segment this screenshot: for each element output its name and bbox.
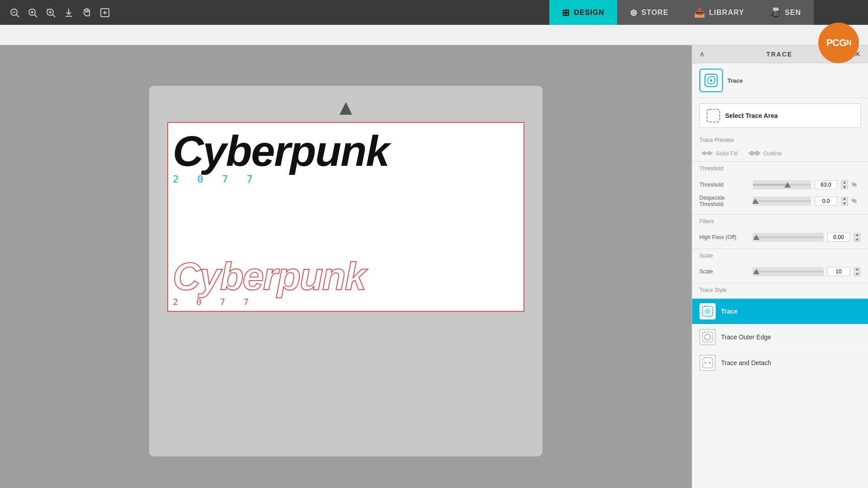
main-layout: ▲ Cyberpunk 2 0 7 7 Cyberpunk <box>0 45 868 488</box>
trace-style-outer-edge-icon <box>699 329 716 345</box>
cp-top-logo: Cyberpunk <box>173 130 519 173</box>
tab-library[interactable]: 📥 LIBRARY <box>681 0 757 25</box>
filters-label: Filters <box>692 215 868 226</box>
download-icon[interactable] <box>61 5 76 20</box>
trace-style-trace-label: Trace <box>721 308 738 315</box>
scale-spinners[interactable]: ▲ ▼ <box>854 267 861 277</box>
trace-preview-label: Trace Preview <box>692 133 868 145</box>
despeckle-down[interactable]: ▼ <box>841 202 848 206</box>
zoom-select-icon[interactable] <box>43 5 58 20</box>
right-panel: ∧ TRACE ✕ Trace <box>692 45 868 488</box>
select-trace-area-button[interactable]: Select Trace Area <box>699 103 861 128</box>
select-trace-area-icon <box>706 108 721 123</box>
send-icon: 📠 <box>769 7 781 18</box>
zoom-out-icon[interactable] <box>25 5 40 20</box>
tab-send-label: SEN <box>785 9 801 17</box>
high-pass-slider[interactable] <box>753 233 824 242</box>
trace-icon-row: Trace <box>692 63 868 98</box>
threshold-slider[interactable] <box>753 180 811 189</box>
svg-point-21 <box>704 334 710 340</box>
svg-line-4 <box>34 14 37 17</box>
threshold-section: Threshold 63.0 ▲ ▼ % <box>692 174 868 215</box>
svg-line-11 <box>47 9 48 10</box>
scale-row: Scale 10 ▲ ▼ <box>692 264 868 279</box>
tab-library-label: LIBRARY <box>709 9 745 17</box>
tab-store[interactable]: ⊛ STORE <box>617 0 681 25</box>
hand-tool-icon[interactable] <box>80 5 94 20</box>
scale-down[interactable]: ▼ <box>854 272 861 277</box>
scale-value: 10 <box>827 267 850 276</box>
trace-style-outer-edge[interactable]: Trace Outer Edge <box>692 324 868 350</box>
pcg-logo: PCGN <box>818 23 859 63</box>
add-canvas-icon[interactable] <box>98 5 112 20</box>
despeckle-unit: % <box>852 198 861 204</box>
scale-section: Scale 10 ▲ ▼ <box>692 261 868 283</box>
cp-bottom-year: 2 0 7 7 <box>173 296 519 307</box>
nav-tabs: ⊞ DESIGN ⊛ STORE 📥 LIBRARY 📠 SEN <box>549 0 814 25</box>
threshold-value: 63.0 <box>815 180 837 189</box>
design-icon: ⊞ <box>562 7 570 18</box>
canvas-mat: ▲ Cyberpunk 2 0 7 7 Cyberpunk <box>149 86 542 456</box>
toolbar-icons <box>0 5 119 20</box>
high-pass-up[interactable]: ▲ <box>854 233 861 237</box>
trace-icon-button[interactable] <box>699 69 723 92</box>
outline-label: Outline <box>763 150 782 157</box>
tab-send[interactable]: 📠 SEN <box>757 0 814 25</box>
trace-style-outer-edge-label: Trace Outer Edge <box>721 333 771 341</box>
trace-style-section: Trace Trace Outer Edge <box>692 295 868 380</box>
panel-collapse-icon[interactable]: ∧ <box>699 50 705 58</box>
svg-point-19 <box>704 308 710 314</box>
threshold-label: Threshold <box>699 182 749 188</box>
despeckle-up[interactable]: ▲ <box>841 197 848 201</box>
solid-fill-option[interactable]: Solid Fill <box>699 149 738 158</box>
tab-design[interactable]: ⊞ DESIGN <box>549 0 617 25</box>
despeckle-value: 0.0 <box>815 197 837 206</box>
despeckle-row: DespeckleThreshold 0.0 ▲ ▼ % <box>692 192 868 211</box>
threshold-down[interactable]: ▼ <box>841 185 848 189</box>
threshold-spinners[interactable]: ▲ ▼ <box>841 180 848 189</box>
threshold-up[interactable]: ▲ <box>841 180 848 184</box>
threshold-unit: % <box>852 182 861 188</box>
cp-bottom-logo: Cyberpunk <box>173 257 519 296</box>
tab-design-label: DESIGN <box>574 9 604 17</box>
scale-slider[interactable] <box>753 267 824 276</box>
panel-title: TRACE <box>766 51 793 58</box>
trace-style-detach-label: Trace and Detach <box>721 359 771 366</box>
svg-point-24 <box>708 361 711 364</box>
cp-top-year: 2 0 7 7 <box>173 174 519 185</box>
high-pass-down[interactable]: ▼ <box>854 238 861 242</box>
upload-arrow: ▲ <box>335 95 357 120</box>
scale-section-label: Scale <box>692 249 868 261</box>
canvas-area: ▲ Cyberpunk 2 0 7 7 Cyberpunk <box>0 45 692 488</box>
despeckle-slider[interactable] <box>753 197 811 206</box>
second-bar <box>0 25 868 45</box>
svg-rect-20 <box>703 332 712 342</box>
svg-point-16 <box>710 79 712 81</box>
trace-style-label: Trace Style <box>692 283 868 295</box>
design-card: Cyberpunk 2 0 7 7 Cyberpunk 2 0 7 7 <box>167 122 524 312</box>
store-icon: ⊛ <box>630 7 638 18</box>
high-pass-spinners[interactable]: ▲ ▼ <box>854 233 861 242</box>
svg-rect-17 <box>707 109 720 122</box>
svg-rect-22 <box>703 358 712 368</box>
trace-label: Trace <box>727 77 743 84</box>
svg-point-23 <box>704 361 707 364</box>
high-pass-row: High Pass (Off) 0.00 ▲ ▼ <box>692 230 868 245</box>
trace-style-trace[interactable]: Trace <box>692 299 868 324</box>
threshold-row: Threshold 63.0 ▲ ▼ % <box>692 177 868 192</box>
library-icon: 📥 <box>694 7 706 18</box>
scale-label: Scale <box>699 268 749 275</box>
threshold-section-label: Threshold <box>692 162 868 174</box>
despeckle-spinners[interactable]: ▲ ▼ <box>841 197 848 206</box>
despeckle-label: DespeckleThreshold <box>699 195 749 208</box>
outline-option[interactable]: Outline <box>747 149 782 158</box>
filters-section: High Pass (Off) 0.00 ▲ ▼ <box>692 226 868 249</box>
trace-style-detach[interactable]: Trace and Detach <box>692 350 868 376</box>
solid-fill-label: Solid Fill <box>716 150 738 157</box>
svg-line-8 <box>52 14 55 17</box>
select-trace-area-label: Select Trace Area <box>725 112 778 119</box>
high-pass-label: High Pass (Off) <box>699 234 749 240</box>
scale-up[interactable]: ▲ <box>854 267 861 272</box>
panel-body: Trace Select Trace Area Trace Preview <box>692 63 868 488</box>
zoom-fit-icon[interactable] <box>7 5 22 20</box>
